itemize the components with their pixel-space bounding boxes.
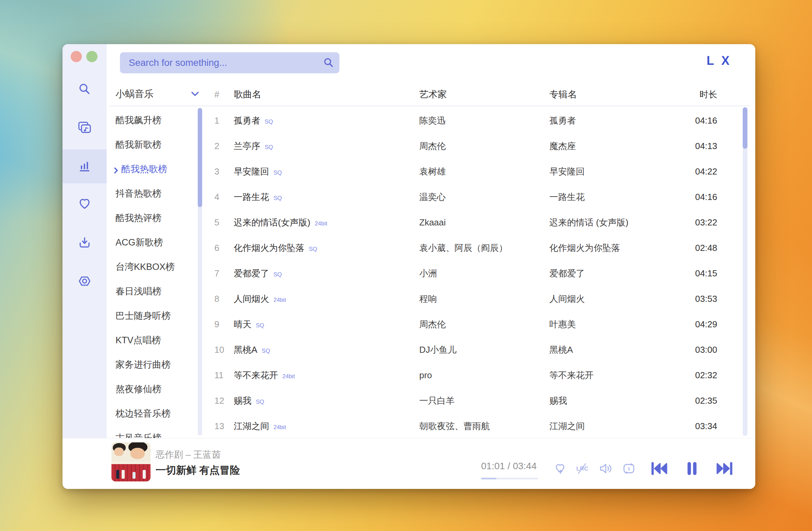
playlist-item[interactable]: 春日浅唱榜 [110,279,196,304]
app-logo: L X [707,54,731,68]
player-bar: 恶作剧 – 王蓝茵 一切新鲜 有点冒险 01:01 / 03:44 LRC [62,438,755,489]
song-title: 晴天 [234,319,251,330]
song-artist: 陈奕迅 [419,115,549,127]
song-album: 等不来花开 [549,369,693,381]
active-playlist-arrow-icon [113,166,119,173]
search-submit-icon[interactable] [322,57,335,69]
now-playing-lyric: 一切新鲜 有点冒险 [156,463,240,477]
column-header-album: 专辑名 [549,88,693,101]
traffic-light-close[interactable] [71,51,82,62]
column-header-artist: 艺术家 [419,88,549,101]
traffic-light-zoom[interactable] [86,51,98,62]
song-artist: 一只白羊 [419,395,549,407]
song-artist: DJ小鱼儿 [419,344,549,356]
quality-badge: SQ [265,144,273,151]
playlist-panel: 酷我飙升榜 酷我新歌榜 酷我热歌榜 抖音热歌榜 酷我热评榜 ACG新歌榜 台湾K… [110,108,196,438]
playlist-item[interactable]: KTV点唱榜 [110,328,196,352]
song-row[interactable]: 6 化作烟火为你坠落SQ 袁小葳、阿辰（阎辰） 化作烟火为你坠落 02:48 [208,235,743,261]
sidebar-item-music-collection[interactable] [77,120,92,135]
song-album: 早安隆回 [549,166,693,178]
playlist-item[interactable]: 巴士随身听榜 [110,304,196,328]
time-total: 03:44 [513,461,536,471]
sidebar-item-downloads[interactable] [77,235,92,251]
song-album: 江湖之间 [549,420,693,432]
song-row[interactable]: 2 兰亭序SQ 周杰伦 魔杰座 04:13 [208,133,743,159]
song-row[interactable]: 11 等不来花开24bit pro 等不来花开 02:32 [208,363,743,388]
search-input[interactable] [120,52,339,73]
song-album: 迟来的情话 (女声版) [549,217,693,228]
playlist-item[interactable]: 酷我热评榜 [110,206,196,230]
song-artist: 小洲 [419,267,549,279]
source-selector[interactable]: 小蜗音乐 [116,88,154,101]
sidebar-item-settings[interactable] [77,273,92,289]
playlist-item-active[interactable]: 酷我热歌榜 [110,157,196,181]
chevron-down-icon[interactable] [191,91,199,98]
song-row[interactable]: 8 人间烟火24bit 程响 人间烟火 03:53 [208,286,743,312]
song-table-scrollbar[interactable] [743,107,748,436]
quality-badge: SQ [274,271,282,278]
now-playing-title: 恶作剧 – 王蓝茵 [156,448,221,461]
song-artist: 袁小葳、阿辰（阎辰） [419,242,549,254]
repeat-mode-button[interactable]: 1 [621,461,637,476]
playlist-item[interactable]: 古风音乐榜 [110,426,196,438]
song-row[interactable]: 13 江湖之间24bit 朝歌夜弦、曹雨航 江湖之间 03:34 [208,414,743,438]
volume-button[interactable] [598,461,613,476]
song-title: 等不来花开 [234,369,278,381]
settings-icon [77,273,92,289]
playlist-item[interactable]: ACG新歌榜 [110,230,196,255]
lyrics-toggle-button[interactable]: LRC [575,461,590,476]
song-artist: 袁树雄 [419,166,549,178]
playlist-item[interactable]: 抖音热歌榜 [110,181,196,206]
svg-text:1: 1 [627,466,630,471]
quality-badge: SQ [256,322,264,329]
playlist-item[interactable]: 台湾KKBOX榜 [110,255,196,279]
playlist-scrollbar[interactable] [198,108,202,436]
song-table-scrollbar-thumb[interactable] [743,107,748,149]
next-track-button[interactable] [715,459,735,478]
song-duration: 03:00 [693,344,724,355]
song-duration: 03:34 [693,421,724,431]
song-duration: 03:22 [693,217,724,228]
song-artist: 周杰伦 [419,319,549,330]
song-album: 黑桃A [549,344,693,356]
song-artist: 朝歌夜弦、曹雨航 [419,420,549,432]
song-album: 孤勇者 [549,115,693,127]
song-duration: 04:15 [693,268,724,279]
sidebar-item-favorites[interactable] [77,196,92,211]
favorite-add-button[interactable] [552,461,568,476]
column-header-index: # [214,89,234,100]
playlist-item[interactable]: 酷我飙升榜 [110,108,196,132]
song-artist: 程响 [419,293,549,305]
quality-badge: 24bit [315,220,327,227]
volume-icon [598,461,613,476]
song-row[interactable]: 9 晴天SQ 周杰伦 叶惠美 04:29 [208,312,743,337]
playlist-item[interactable]: 家务进行曲榜 [110,352,196,377]
sidebar-item-leaderboard[interactable] [77,159,92,174]
song-row[interactable]: 1 孤勇者SQ 陈奕迅 孤勇者 04:16 [208,108,743,133]
song-row[interactable]: 3 早安隆回SQ 袁树雄 早安隆回 04:22 [208,159,743,185]
pause-icon [683,459,701,478]
mini-progress-bar[interactable] [481,478,538,480]
song-duration: 02:32 [693,370,724,381]
previous-track-icon [649,459,669,478]
playlist-item[interactable]: 酷我新歌榜 [110,132,196,157]
song-artist: 周杰伦 [419,140,549,152]
previous-track-button[interactable] [649,459,669,478]
song-title: 一路生花 [234,191,269,203]
quality-badge: 24bit [274,297,286,304]
sidebar-item-search[interactable] [77,82,92,98]
song-duration: 04:16 [693,115,724,126]
album-art[interactable] [112,442,150,482]
song-row[interactable]: 7 爱都爱了SQ 小洲 爱都爱了 04:15 [208,261,743,286]
playlist-item[interactable]: 枕边轻音乐榜 [110,401,196,426]
song-row[interactable]: 10 黑桃ASQ DJ小鱼儿 黑桃A 03:00 [208,337,743,363]
playlist-item[interactable]: 熬夜修仙榜 [110,377,196,401]
song-title: 化作烟火为你坠落 [234,242,304,254]
time-current: 01:01 [481,461,505,471]
song-album: 人间烟火 [549,293,693,305]
pause-button[interactable] [683,459,701,478]
song-row[interactable]: 5 迟来的情话(女声版)24bit Zkaaai 迟来的情话 (女声版) 03:… [208,210,743,235]
song-row[interactable]: 4 一路生花SQ 温奕心 一路生花 04:16 [208,185,743,210]
playlist-scrollbar-thumb[interactable] [198,108,202,207]
song-row[interactable]: 12 赐我SQ 一只白羊 赐我 02:35 [208,388,743,414]
